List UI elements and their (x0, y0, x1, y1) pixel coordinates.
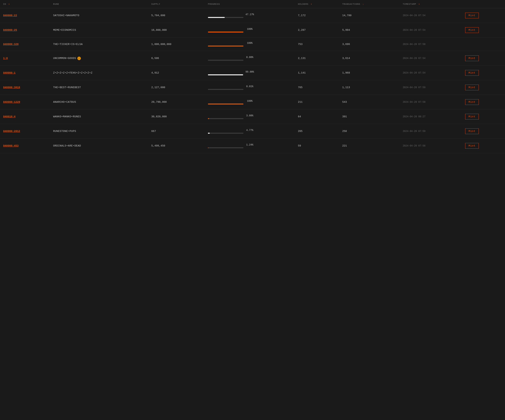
row-rune-cell: WANKO•MANKO•RUNES (50, 109, 148, 124)
row-transactions-cell: 258 (339, 124, 399, 139)
table-row: 840000:3018THE•BEST•RUNEBEST2,127,0000.0… (0, 80, 505, 95)
row-supply-value: 16,800,000 (151, 29, 167, 31)
row-id-link[interactable]: 840000:1 (3, 71, 15, 74)
row-rune-cell: ORDINALS•ARE•DEAD (50, 139, 148, 153)
row-progress-cell: 100% (205, 95, 295, 109)
row-progress-track (208, 118, 243, 119)
row-progress-track (208, 45, 243, 47)
row-id-cell: 840000:2812 (0, 124, 50, 139)
row-progress-fill (208, 45, 243, 47)
row-rune-cell: RUNESTONE•PUPS (50, 124, 148, 139)
row-holders-value: 205 (298, 130, 303, 133)
mint-button[interactable]: Mint (465, 70, 479, 76)
row-id-link[interactable]: 840000:1229 (3, 100, 20, 104)
row-timestamp-value: 2024-04-20 07:59 (403, 130, 425, 133)
row-transactions-cell: 3,614 (339, 51, 399, 66)
row-id-cell: 840000:22 (0, 8, 50, 23)
row-supply-cell: 1,000,000,000 (148, 38, 205, 51)
col-header-timestamp[interactable]: TIMESTAMP ⇕ (399, 0, 462, 8)
row-rune-name: THE•BEST•RUNEBEST (53, 86, 145, 89)
row-progress-track (208, 133, 243, 134)
row-id-cell: 840000:328 (0, 38, 50, 51)
row-timestamp-value: 2024-04-20 07:54 (403, 29, 425, 31)
row-holders-cell: 211 (295, 95, 339, 109)
row-id-link[interactable]: 1:0 (3, 57, 8, 60)
row-progress-label: 100% (208, 100, 291, 102)
table-row: 840000:328THE•TICKER•IS•ELSA1,000,000,00… (0, 38, 505, 51)
row-timestamp-cell: 2024-04-20 07:54 (399, 51, 462, 66)
row-supply-value: 6,506 (151, 57, 159, 60)
row-id-cell: 1:0 (0, 51, 50, 66)
row-id-cell: 840000:1229 (0, 95, 50, 109)
row-rune-cell: THE•BEST•RUNEBEST (50, 80, 148, 95)
row-timestamp-value: 2024-04-20 08:27 (403, 115, 425, 118)
row-progress-track (208, 17, 243, 18)
mint-button[interactable]: Mint (465, 99, 479, 105)
row-mint-cell: Mint (462, 124, 505, 139)
row-rune-cell: THE•TICKER•IS•ELSA (50, 38, 148, 51)
row-timestamp-cell: 2024-04-20 07:59 (399, 124, 462, 139)
row-id-link[interactable]: 840000:2812 (3, 130, 20, 133)
mint-button[interactable]: Mint (465, 85, 479, 90)
mint-button[interactable]: Mint (465, 143, 479, 149)
row-progress-cell: 100% (205, 23, 295, 38)
id-sort-icon: ⇕ (8, 3, 10, 5)
row-id-link[interactable]: 840000:453 (3, 144, 19, 147)
row-mint-cell: Mint (462, 80, 505, 95)
row-transactions-cell: 221 (339, 139, 399, 153)
row-transactions-value: 258 (342, 130, 347, 133)
col-header-transactions[interactable]: TRANSACTIONS ↓ (339, 0, 399, 8)
row-timestamp-value: 2024-04-20 07:54 (403, 57, 425, 60)
row-transactions-value: 5,994 (342, 29, 350, 31)
row-progress-fill (208, 74, 243, 75)
row-id-link[interactable]: 840000:25 (3, 29, 17, 31)
row-holders-cell: 2,287 (295, 23, 339, 38)
row-transactions-value: 14,780 (342, 14, 352, 17)
row-transactions-cell: 1,968 (339, 66, 399, 80)
row-holders-value: 211 (298, 100, 303, 104)
mint-button[interactable]: Mint (465, 114, 479, 119)
row-transactions-cell: 391 (339, 109, 399, 124)
row-progress-cell: 4.77% (205, 124, 295, 139)
mint-button[interactable]: Mint (465, 128, 479, 134)
row-id-link[interactable]: 840010:4 (3, 115, 15, 118)
row-rune-name: ORDINALS•ARE•DEAD (53, 144, 145, 147)
mint-button[interactable]: Mint (465, 13, 479, 18)
row-mint-cell: Mint (462, 139, 505, 153)
table-row: 840000:453ORDINALS•ARE•DEAD5,499,4501.24… (0, 139, 505, 153)
row-rune-name: SATOSHI•NAKAMOTO (53, 14, 145, 17)
row-id-link[interactable]: 840000:328 (3, 43, 19, 46)
row-timestamp-value: 2024-04-20 07:58 (403, 101, 425, 104)
col-header-progress: PROGRESS (205, 0, 295, 8)
row-id-link[interactable]: 840000:22 (3, 14, 17, 17)
row-transactions-value: 3,696 (342, 43, 350, 46)
row-mint-cell: Mint (462, 109, 505, 124)
row-holders-value: 753 (298, 43, 303, 46)
row-supply-value: 2,127,000 (151, 86, 165, 89)
row-rune-name: Z•Z•Z•Z•Z•FEHU•Z•Z•Z•Z•Z (53, 71, 145, 74)
col-header-supply: SUPPLY (148, 0, 205, 8)
row-progress-track (208, 31, 243, 32)
row-transactions-cell: 543 (339, 95, 399, 109)
row-progress-label: 3.08% (208, 114, 291, 117)
row-supply-value: 5,499,450 (151, 144, 165, 147)
mint-button[interactable]: Mint (465, 55, 479, 61)
row-transactions-value: 3,614 (342, 57, 350, 60)
row-rune-name: RUNESTONE•PUPS (53, 130, 145, 133)
col-header-id[interactable]: ID ⇕ (0, 0, 50, 8)
row-progress-cell: 3.08% (205, 109, 295, 124)
row-id-link[interactable]: 840000:3018 (3, 86, 20, 89)
row-progress-label: 0.00% (208, 56, 291, 59)
col-header-holders[interactable]: HOLDERS ⇕ (295, 0, 339, 8)
row-supply-cell: 30,820,000 (148, 109, 205, 124)
row-supply-cell: 4,912 (148, 66, 205, 80)
row-mint-cell: Mint (462, 23, 505, 38)
table-row: 840010:4WANKO•MANKO•RUNES30,820,0003.08%… (0, 109, 505, 124)
row-progress-cell: 100% (205, 38, 295, 51)
row-rune-name: THE•TICKER•IS•ELSA (53, 43, 145, 46)
row-timestamp-cell: 2024-04-20 07:58 (399, 38, 462, 51)
table-row: 840000:1229ANARCHO•CATBUS20,790,000100%2… (0, 95, 505, 109)
row-transactions-value: 543 (342, 100, 347, 104)
mint-button[interactable]: Mint (465, 27, 479, 33)
row-rune-cell: Z•Z•Z•Z•Z•FEHU•Z•Z•Z•Z•Z (50, 66, 148, 80)
